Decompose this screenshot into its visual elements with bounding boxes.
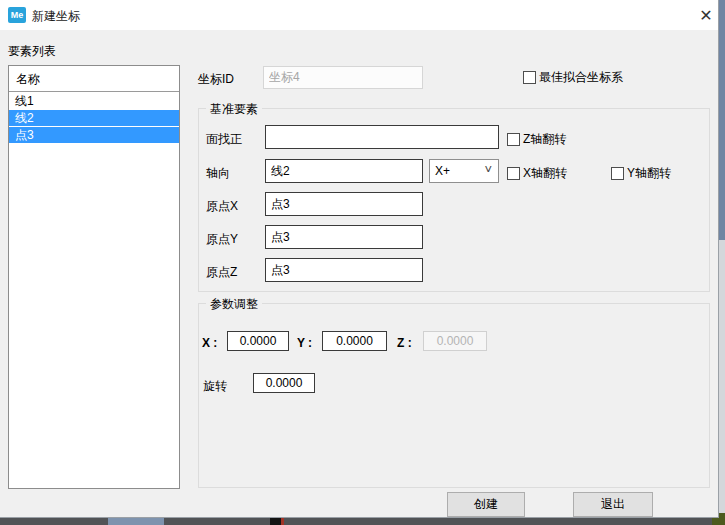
app-logo-icon: Me <box>8 7 26 23</box>
desktop-background-bottom-dark <box>270 518 284 525</box>
list-item[interactable]: 线2 <box>9 110 179 126</box>
origin-x-label: 原点X <box>206 198 238 215</box>
element-listbox[interactable]: 名称 线1 线2 点3 <box>8 65 180 489</box>
flip-x-checkbox[interactable]: X轴翻转 <box>507 165 567 182</box>
best-fit-checkbox[interactable]: 最佳拟合坐标系 <box>523 69 623 86</box>
rotate-field[interactable] <box>253 373 315 393</box>
origin-y-field[interactable] <box>265 225 423 249</box>
checkbox-box-icon <box>611 167 624 180</box>
param-adjust-group-label: 参数调整 <box>206 296 262 313</box>
plane-align-field[interactable] <box>265 125 499 149</box>
rotate-label: 旋转 <box>203 378 227 395</box>
flip-z-label: Z轴翻转 <box>523 131 566 148</box>
axis-label: 轴向 <box>206 165 230 182</box>
new-coordinate-dialog: Me 新建坐标 ✕ 要素列表 名称 线1 线2 点3 坐标ID 最佳拟合坐标系 … <box>0 0 719 518</box>
origin-z-field[interactable] <box>265 258 423 282</box>
checkbox-box-icon <box>523 71 536 84</box>
create-button[interactable]: 创建 <box>447 492 525 517</box>
base-elements-group-label: 基准要素 <box>206 101 262 118</box>
param-x-field[interactable] <box>227 331 289 351</box>
list-item[interactable]: 点3 <box>9 127 179 143</box>
element-list-label: 要素列表 <box>8 43 56 60</box>
axis-direction-select[interactable]: X+ ˅ <box>429 159 499 183</box>
origin-y-label: 原点Y <box>206 231 238 248</box>
desktop-background-right <box>719 0 725 240</box>
param-z-field <box>423 331 487 351</box>
chevron-down-icon: ˅ <box>484 162 492 177</box>
param-y-label: Y : <box>297 336 312 350</box>
axis-direction-value: X+ <box>435 164 450 178</box>
coord-id-label: 坐标ID <box>198 71 234 88</box>
checkbox-box-icon <box>507 133 520 146</box>
plane-align-label: 面找正 <box>206 131 242 148</box>
flip-y-checkbox[interactable]: Y轴翻转 <box>611 165 671 182</box>
origin-x-field[interactable] <box>265 192 423 216</box>
close-icon[interactable]: ✕ <box>694 4 718 28</box>
exit-button[interactable]: 退出 <box>573 492 653 517</box>
flip-x-label: X轴翻转 <box>523 165 567 182</box>
best-fit-label: 最佳拟合坐标系 <box>539 69 623 86</box>
desktop-background-bottom-accent <box>108 518 164 525</box>
flip-y-label: Y轴翻转 <box>627 165 671 182</box>
title-bar: Me 新建坐标 ✕ <box>0 0 718 30</box>
flip-z-checkbox[interactable]: Z轴翻转 <box>507 131 566 148</box>
origin-z-label: 原点Z <box>206 264 237 281</box>
window-title: 新建坐标 <box>32 8 80 25</box>
coord-id-field <box>263 66 423 89</box>
list-item[interactable]: 线1 <box>9 93 179 109</box>
param-z-label: Z : <box>397 336 412 350</box>
list-column-header: 名称 <box>9 66 179 92</box>
checkbox-box-icon <box>507 167 520 180</box>
param-y-field[interactable] <box>322 331 387 351</box>
axis-field[interactable] <box>265 159 423 183</box>
screen: Me 新建坐标 ✕ 要素列表 名称 线1 线2 点3 坐标ID 最佳拟合坐标系 … <box>0 0 725 525</box>
param-x-label: X : <box>202 336 217 350</box>
